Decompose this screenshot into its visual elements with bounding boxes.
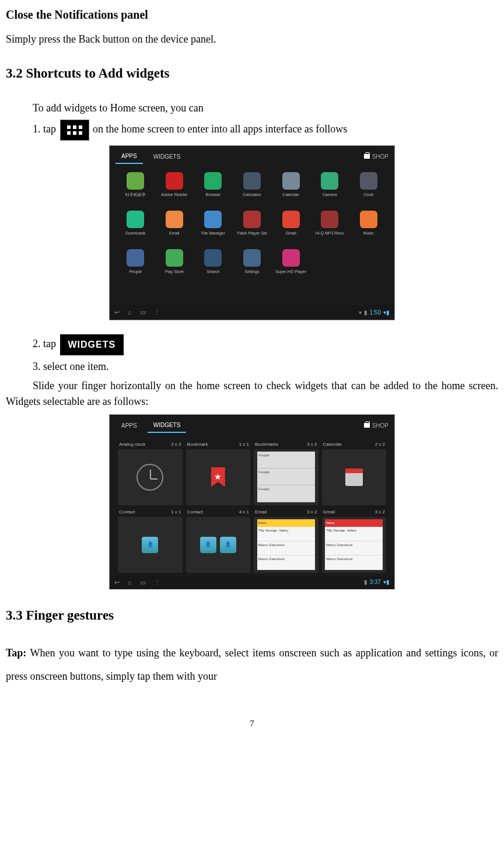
app-label: Browser [206,192,221,198]
app-item[interactable]: Email [157,211,192,246]
app-item[interactable]: Camera [312,172,348,207]
close-panel-body: Simply press the Back button on the devi… [6,32,498,47]
signal-icon-2: ▾▮ [383,578,390,586]
app-item[interactable]: Downloads [118,211,153,246]
app-label: Adobe Reader [161,192,187,198]
widgets-intro: To add widgets to Home screen, you can [6,100,498,116]
tap-label: Tap: [6,647,26,659]
ss1-header: APPS WIDGETS SHOP [110,146,394,167]
shop-label: SHOP [372,152,388,161]
menu-icon-2[interactable] [154,578,160,588]
app-item[interactable]: Clock [351,172,386,207]
widget-preview [118,449,183,505]
page-number: 7 [6,717,498,730]
app-label: Settings [244,269,259,275]
widget-preview [322,449,387,505]
widget-name: Analog clock [119,441,145,448]
app-icon [243,211,261,228]
widget-item[interactable]: Calendar2 x 2 [322,441,387,505]
app-icon [127,249,144,267]
recent-icon[interactable] [140,307,146,317]
step-1-text-b: on the home screen to enter into all app… [93,123,347,135]
step-2: 2. tap WIDGETS [6,334,498,355]
widget-item[interactable]: Analog clock2 x 2 [118,441,183,505]
back-icon[interactable] [114,307,120,317]
shop-icon [364,154,370,159]
home-icon-2[interactable] [128,578,132,588]
app-item[interactable]: Adobe Reader [157,172,192,207]
menu-icon[interactable] [154,307,160,317]
widget-size: 2 x 2 [171,441,181,448]
shop-button[interactable]: SHOP [364,152,388,161]
app-icon [282,172,300,190]
widgets-screenshot: APPS WIDGETS SHOP Analog clock2 x 2Bookm… [109,414,395,589]
app-icon [282,211,300,228]
widget-item[interactable]: Contact1 x 1👤 [118,509,183,573]
app-icon [282,249,300,267]
apps-grid-icon [60,120,89,141]
status-bar: ▾ ▮ 1:50 ▾▮ [359,308,390,317]
battery-icon-2: ▮ [364,578,368,586]
slide-instruction: Slide your finger horizontally on the ho… [6,378,498,410]
app-item[interactable]: Hi-Q MP3 Reco [312,211,348,246]
widget-item[interactable]: Email3 x 2InboxTilly George, ValeryMarco… [254,509,318,573]
app-icon [127,172,144,190]
app-label: Search [206,269,219,275]
widget-name: Gmail [323,509,335,516]
tab-apps-2[interactable]: APPS [116,419,143,432]
status-bar-2: ▮ 3:37 ▾▮ [364,578,390,586]
tab-apps[interactable]: APPS [116,149,143,164]
recent-icon-2[interactable] [140,578,146,588]
ss2-navbar: ▮ 3:37 ▾▮ [110,575,394,590]
wifi-icon: ▾ [359,308,362,317]
widget-name: Bookmarks [255,441,278,448]
app-item[interactable]: Flash Player Set [235,211,270,246]
widget-name: Contact [119,509,135,516]
app-label: Gmail [285,230,296,237]
widget-size: 4 x 1 [239,509,249,516]
widgets-button-image: WIDGETS [60,334,124,355]
app-item[interactable]: Play Store [157,249,192,284]
app-icon [243,249,261,267]
app-label: Music [363,230,374,237]
app-item[interactable]: Browser [195,172,231,207]
widget-size: 3 x 2 [307,509,317,516]
app-item[interactable]: Gmail [273,211,309,246]
widget-size: 1 x 1 [239,441,249,448]
shop-button-2[interactable]: SHOP [364,421,388,430]
app-item[interactable]: Music [351,211,386,246]
widget-item[interactable]: Bookmark1 x 1★ [186,441,251,505]
app-label: Email [169,230,180,237]
section-3-3-title: 3.3 Finger gestures [6,606,498,626]
widget-item[interactable]: Bookmarks3 x 2GoogleGoogleGoogle [254,441,318,505]
app-icon [127,211,144,228]
app-icon [166,172,183,190]
app-label: Clock [363,192,374,198]
app-item[interactable]: Calculator [235,172,270,207]
widget-name: Email [255,509,267,516]
back-icon-2[interactable] [114,578,120,588]
app-item[interactable]: People [118,249,153,284]
widget-item[interactable]: Gmail3 x 2InboxTilly George, ValeryMarco… [322,509,387,573]
app-item[interactable]: Settings [235,249,270,284]
widget-preview: InboxTilly George, ValeryMarco Giacoboni… [254,517,318,573]
home-icon[interactable] [128,307,132,317]
app-icon [360,211,377,228]
widget-preview: ★ [186,449,251,505]
widget-header: Email3 x 2 [254,509,318,517]
widget-size: 3 x 2 [375,509,385,516]
app-item[interactable]: Search [195,249,231,284]
app-item[interactable]: 91手机助手 [118,172,153,207]
widget-header: Contact4 x 1 [186,509,251,517]
app-label: Calculator [243,192,261,198]
widget-size: 3 x 2 [307,441,317,448]
tab-widgets-2[interactable]: WIDGETS [148,418,187,433]
app-item[interactable]: Super-HD Player [273,249,309,284]
app-item[interactable]: File Manager [195,211,231,246]
tab-widgets[interactable]: WIDGETS [148,150,187,163]
signal-icon: ▾▮ [383,308,390,317]
section-3-2-title: 3.2 Shortcuts to Add widgets [6,64,498,84]
widget-item[interactable]: Contact4 x 1👤👤 [186,509,251,573]
app-item[interactable]: Calendar [273,172,309,207]
widget-preview: 👤 [118,517,183,573]
